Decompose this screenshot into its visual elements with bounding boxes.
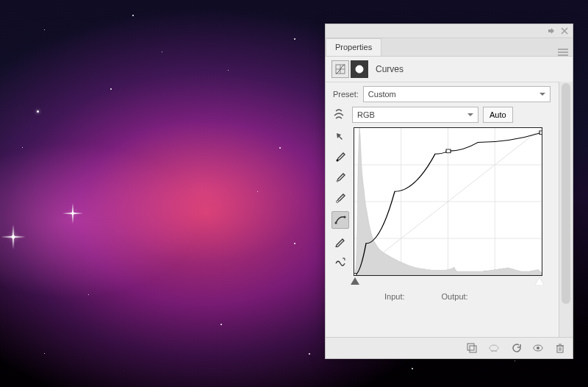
svg-point-23	[537, 347, 539, 349]
chevron-down-icon	[539, 93, 545, 96]
panel-grip[interactable]	[326, 24, 573, 38]
adjustment-title: Curves	[376, 64, 404, 74]
svg-point-5	[337, 180, 339, 182]
channel-value: RGB	[357, 110, 375, 119]
svg-point-4	[337, 160, 339, 162]
clip-to-layer-icon[interactable]	[467, 343, 477, 353]
svg-rect-19	[470, 346, 476, 352]
smooth-tool[interactable]	[332, 254, 348, 270]
svg-point-21	[490, 345, 498, 351]
curve-edit-tool[interactable]	[331, 211, 349, 229]
black-point-eyedropper[interactable]	[332, 149, 348, 166]
tab-properties[interactable]: Properties	[326, 38, 381, 56]
gray-point-eyedropper[interactable]	[332, 170, 348, 186]
output-label: Output:	[442, 292, 468, 301]
collapse-icon[interactable]	[548, 27, 555, 35]
input-range-slider[interactable]	[354, 277, 542, 288]
visibility-icon[interactable]	[533, 343, 543, 353]
curves-graph[interactable]	[354, 127, 542, 276]
view-previous-icon[interactable]	[489, 343, 499, 353]
mask-icon[interactable]	[351, 60, 368, 78]
reset-icon[interactable]	[511, 343, 521, 353]
channel-select[interactable]: RGB	[352, 107, 478, 123]
svg-rect-24	[557, 346, 563, 352]
svg-point-6	[337, 201, 339, 203]
properties-panel: Properties Curves Preset: Custom	[325, 24, 573, 359]
channel-icon	[333, 108, 348, 121]
delete-icon[interactable]	[555, 343, 565, 353]
targeted-adjustment-tool[interactable]	[332, 129, 348, 145]
curves-grid-icon[interactable]	[331, 60, 349, 78]
preset-label: Preset:	[333, 90, 359, 99]
scrollbar[interactable]	[559, 82, 573, 338]
pencil-tool[interactable]	[332, 233, 348, 249]
white-slider[interactable]	[535, 277, 544, 285]
chevron-down-icon	[467, 113, 473, 116]
svg-point-8	[344, 216, 346, 219]
scrollbar-thumb[interactable]	[562, 83, 570, 304]
preset-value: Custom	[368, 90, 396, 99]
svg-rect-20	[467, 344, 474, 350]
svg-rect-16	[354, 274, 356, 275]
preset-select[interactable]: Custom	[363, 86, 551, 102]
panel-menu-icon[interactable]	[558, 49, 568, 56]
svg-rect-17	[446, 149, 451, 153]
close-icon[interactable]	[561, 27, 568, 35]
svg-rect-18	[539, 131, 542, 135]
svg-point-7	[335, 222, 337, 224]
svg-point-3	[356, 65, 363, 73]
tab-label: Properties	[335, 43, 372, 52]
input-label: Input:	[384, 292, 405, 301]
white-point-eyedropper[interactable]	[332, 191, 348, 207]
auto-button[interactable]: Auto	[483, 107, 513, 123]
black-slider[interactable]	[351, 277, 359, 285]
